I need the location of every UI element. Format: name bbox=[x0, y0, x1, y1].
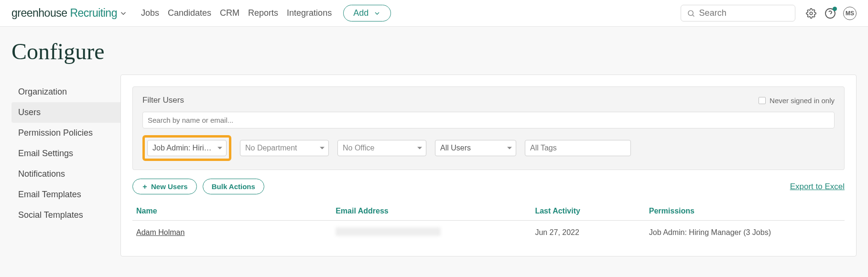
user-name-link[interactable]: Adam Holman bbox=[136, 228, 184, 236]
search-icon bbox=[687, 9, 695, 18]
table-row: Adam Holman Jun 27, 2022 Job Admin: Hiri… bbox=[132, 221, 845, 245]
column-name[interactable]: Name bbox=[132, 203, 332, 221]
nav-integrations[interactable]: Integrations bbox=[287, 8, 332, 18]
role-filter-value: Job Admin: Hiri… bbox=[152, 144, 212, 152]
bulk-actions-button[interactable]: Bulk Actions bbox=[203, 179, 264, 194]
svg-point-0 bbox=[688, 11, 693, 15]
filter-search-input[interactable] bbox=[142, 112, 835, 128]
sidebar-item-social-templates[interactable]: Social Templates bbox=[11, 205, 120, 225]
column-permissions[interactable]: Permissions bbox=[645, 203, 845, 221]
office-filter-select[interactable]: No Office bbox=[337, 140, 426, 156]
column-email[interactable]: Email Address bbox=[332, 203, 531, 221]
sidebar-item-users[interactable]: Users bbox=[11, 102, 120, 123]
filter-title: Filter Users bbox=[142, 96, 184, 105]
user-email-redacted bbox=[336, 227, 441, 236]
svg-point-2 bbox=[810, 12, 813, 15]
never-signed-in-checkbox[interactable]: Never signed in only bbox=[759, 96, 835, 105]
sidebar: Organization Users Permission Policies E… bbox=[11, 82, 120, 225]
chevron-down-icon bbox=[217, 147, 222, 149]
chevron-down-icon bbox=[119, 9, 128, 18]
users-filter-select[interactable]: All Users bbox=[435, 140, 516, 156]
role-filter-highlight: Job Admin: Hiri… bbox=[142, 135, 231, 161]
new-users-label: New Users bbox=[151, 182, 188, 191]
action-row: New Users Bulk Actions Export to Excel bbox=[132, 179, 845, 194]
nav-candidates[interactable]: Candidates bbox=[168, 8, 211, 18]
checkbox-icon bbox=[759, 97, 766, 104]
users-filter-value: All Users bbox=[440, 144, 471, 152]
sidebar-item-permission-policies[interactable]: Permission Policies bbox=[11, 123, 120, 143]
tags-filter-input[interactable] bbox=[525, 140, 631, 156]
role-filter-select[interactable]: Job Admin: Hiri… bbox=[147, 140, 227, 156]
nav-jobs[interactable]: Jobs bbox=[141, 8, 159, 18]
app-header: greenhouse Recruiting Jobs Candidates CR… bbox=[0, 0, 868, 27]
chevron-down-icon bbox=[373, 10, 381, 17]
chevron-down-icon bbox=[507, 147, 512, 149]
chevron-down-icon bbox=[417, 147, 422, 149]
bulk-actions-label: Bulk Actions bbox=[212, 182, 255, 191]
users-table: Name Email Address Last Activity Permiss… bbox=[132, 203, 845, 245]
user-last-activity: Jun 27, 2022 bbox=[531, 221, 645, 245]
nav-crm[interactable]: CRM bbox=[220, 8, 239, 18]
settings-icon[interactable] bbox=[805, 7, 817, 20]
global-search[interactable] bbox=[681, 5, 795, 21]
users-card: Filter Users Never signed in only Job Ad… bbox=[120, 75, 857, 256]
header-icons: MS bbox=[805, 7, 857, 20]
chevron-down-icon bbox=[320, 147, 325, 149]
sidebar-item-notifications[interactable]: Notifications bbox=[11, 164, 120, 184]
logo-text: greenhouse Recruiting bbox=[11, 7, 117, 20]
avatar[interactable]: MS bbox=[843, 7, 857, 20]
gear-icon bbox=[806, 8, 816, 19]
sidebar-item-email-settings[interactable]: Email Settings bbox=[11, 143, 120, 164]
office-filter-value: No Office bbox=[343, 144, 374, 152]
sidebar-item-email-templates[interactable]: Email Templates bbox=[11, 184, 120, 205]
column-last-activity[interactable]: Last Activity bbox=[531, 203, 645, 221]
export-to-excel-link[interactable]: Export to Excel bbox=[790, 182, 845, 192]
help-icon[interactable] bbox=[824, 7, 836, 20]
department-filter-select[interactable]: No Department bbox=[240, 140, 329, 156]
never-signed-label: Never signed in only bbox=[770, 96, 835, 105]
user-permissions: Job Admin: Hiring Manager (3 Jobs) bbox=[645, 221, 845, 245]
sidebar-item-organization[interactable]: Organization bbox=[11, 82, 120, 102]
logo[interactable]: greenhouse Recruiting bbox=[11, 7, 128, 20]
page-title: Configure bbox=[11, 38, 120, 64]
filter-panel: Filter Users Never signed in only Job Ad… bbox=[132, 86, 845, 170]
add-button-label: Add bbox=[353, 8, 369, 18]
plus-icon bbox=[141, 183, 148, 190]
nav-reports[interactable]: Reports bbox=[248, 8, 278, 18]
main-nav: Jobs Candidates CRM Reports Integrations bbox=[141, 8, 332, 18]
add-button[interactable]: Add bbox=[343, 5, 391, 21]
new-users-button[interactable]: New Users bbox=[132, 179, 197, 194]
svg-line-1 bbox=[693, 15, 694, 16]
global-search-input[interactable] bbox=[699, 8, 789, 18]
department-filter-value: No Department bbox=[245, 144, 297, 152]
